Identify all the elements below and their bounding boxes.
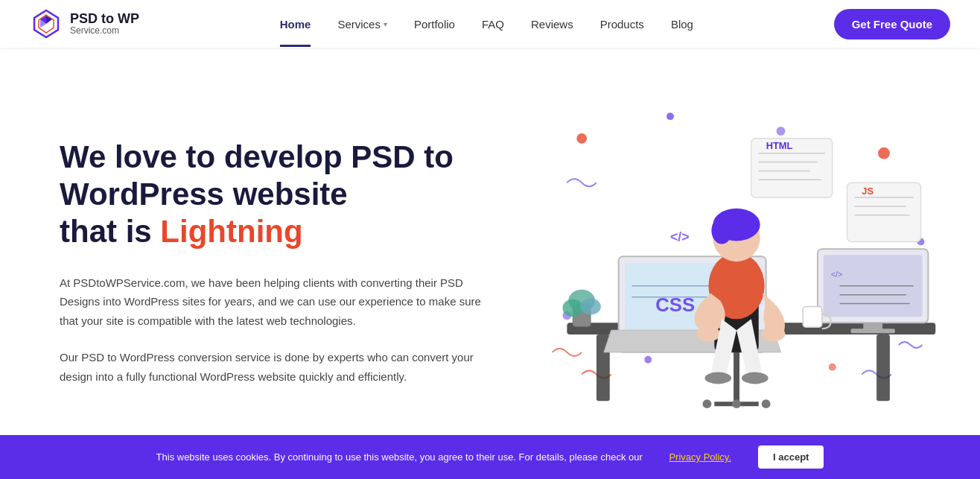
hero-desc-2: Our PSD to WordPress conversion service … bbox=[60, 348, 491, 386]
logo-text: PSD to WP Service.com bbox=[70, 12, 139, 37]
nav-services[interactable]: Services ▾ bbox=[337, 18, 387, 31]
svg-point-56 bbox=[829, 364, 836, 371]
nav-reviews[interactable]: Reviews bbox=[531, 18, 573, 31]
logo-subtitle: Service.com bbox=[70, 26, 139, 36]
developer-illustration: HTML JS </> </> bbox=[523, 92, 950, 450]
hero-desc-1: At PSDtoWPService.com, we have been help… bbox=[60, 273, 491, 331]
nav-blog[interactable]: Blog bbox=[671, 18, 693, 31]
nav-home[interactable]: Home bbox=[280, 18, 311, 31]
svg-text:JS: JS bbox=[862, 185, 874, 197]
svg-text:</>: </> bbox=[831, 270, 843, 279]
main-nav: Home Services ▾ Portfolio FAQ Reviews Pr… bbox=[280, 18, 693, 31]
svg-point-43 bbox=[704, 372, 731, 384]
svg-point-2 bbox=[576, 133, 587, 144]
svg-point-5 bbox=[878, 147, 890, 159]
svg-point-44 bbox=[742, 372, 769, 384]
svg-text:CSS: CSS bbox=[655, 294, 695, 315]
svg-point-47 bbox=[702, 399, 711, 408]
chevron-down-icon: ▾ bbox=[384, 20, 387, 28]
svg-point-41 bbox=[696, 326, 720, 341]
nav-products[interactable]: Products bbox=[600, 18, 644, 31]
nav-portfolio[interactable]: Portfolio bbox=[414, 18, 455, 31]
svg-text:</>: </> bbox=[670, 229, 690, 244]
svg-rect-50 bbox=[803, 307, 822, 328]
svg-rect-22 bbox=[876, 334, 890, 401]
svg-point-4 bbox=[776, 127, 785, 136]
hero-section: We love to develop PSD to WordPress webs… bbox=[0, 48, 980, 479]
privacy-policy-link[interactable]: Privacy Policy. bbox=[669, 451, 731, 463]
svg-point-40 bbox=[711, 218, 732, 244]
nav-faq[interactable]: FAQ bbox=[482, 18, 504, 31]
svg-point-54 bbox=[580, 299, 601, 315]
svg-text:HTML: HTML bbox=[766, 140, 793, 151]
svg-rect-26 bbox=[850, 329, 894, 333]
svg-point-48 bbox=[732, 399, 741, 408]
get-free-quote-button[interactable]: Get Free Quote bbox=[834, 9, 950, 39]
hero-title: We love to develop PSD to WordPress webs… bbox=[60, 139, 523, 251]
cookie-bar: This website uses cookies. By continuing… bbox=[0, 435, 980, 479]
logo-title: PSD to WP bbox=[70, 12, 139, 27]
hero-highlight: Lightning bbox=[160, 214, 302, 249]
cookie-text: This website uses cookies. By continuing… bbox=[156, 451, 643, 463]
svg-point-42 bbox=[762, 326, 786, 341]
svg-point-3 bbox=[666, 112, 674, 120]
svg-rect-14 bbox=[847, 183, 920, 241]
logo[interactable]: PSD to WP Service.com bbox=[30, 7, 139, 40]
svg-point-55 bbox=[644, 356, 652, 364]
svg-point-53 bbox=[562, 299, 583, 317]
logo-icon bbox=[30, 7, 63, 40]
site-header: PSD to WP Service.com Home Services ▾ Po… bbox=[0, 0, 980, 48]
hero-content: We love to develop PSD to WordPress webs… bbox=[60, 139, 523, 405]
cookie-accept-button[interactable]: I accept bbox=[758, 445, 824, 469]
svg-point-49 bbox=[762, 399, 771, 408]
hero-illustration: HTML JS </> </> bbox=[523, 92, 950, 450]
